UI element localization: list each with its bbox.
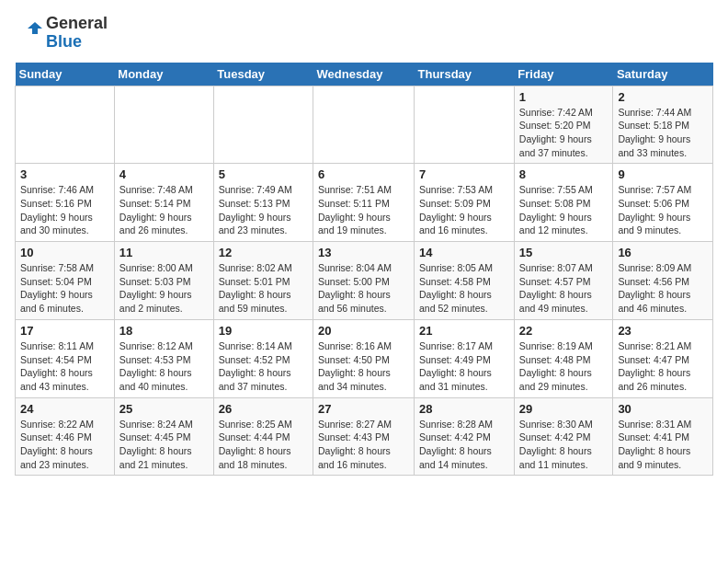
calendar-cell: 2Sunrise: 7:44 AM Sunset: 5:18 PM Daylig… xyxy=(613,86,713,164)
calendar-cell xyxy=(415,86,515,164)
day-number: 22 xyxy=(519,324,609,338)
week-row-2: 3Sunrise: 7:46 AM Sunset: 5:16 PM Daylig… xyxy=(16,164,713,242)
day-number: 9 xyxy=(618,167,708,181)
day-number: 10 xyxy=(20,246,109,259)
calendar-cell: 3Sunrise: 7:46 AM Sunset: 5:16 PM Daylig… xyxy=(16,164,115,242)
day-number: 8 xyxy=(519,167,609,181)
day-info: Sunrise: 8:27 AM Sunset: 4:43 PM Dayligh… xyxy=(318,418,409,472)
calendar-cell: 18Sunrise: 8:12 AM Sunset: 4:53 PM Dayli… xyxy=(114,319,213,397)
day-number: 26 xyxy=(219,402,308,416)
day-info: Sunrise: 8:07 AM Sunset: 4:57 PM Dayligh… xyxy=(519,261,609,316)
calendar-cell: 28Sunrise: 8:28 AM Sunset: 4:42 PM Dayli… xyxy=(415,397,515,476)
calendar-cell: 26Sunrise: 8:25 AM Sunset: 4:44 PM Dayli… xyxy=(213,397,313,476)
day-number: 15 xyxy=(519,246,609,259)
calendar-cell: 7Sunrise: 7:53 AM Sunset: 5:09 PM Daylig… xyxy=(415,164,515,242)
calendar-cell: 6Sunrise: 7:51 AM Sunset: 5:11 PM Daylig… xyxy=(313,164,415,242)
day-number: 25 xyxy=(119,402,209,416)
day-info: Sunrise: 8:04 AM Sunset: 5:00 PM Dayligh… xyxy=(318,261,409,316)
day-number: 20 xyxy=(318,324,409,338)
day-info: Sunrise: 7:46 AM Sunset: 5:16 PM Dayligh… xyxy=(20,183,109,237)
weekday-header-friday: Friday xyxy=(514,63,613,86)
calendar-cell: 24Sunrise: 8:22 AM Sunset: 4:46 PM Dayli… xyxy=(16,397,115,476)
day-number: 16 xyxy=(618,246,708,259)
logo-text: General Blue xyxy=(46,15,108,52)
day-number: 30 xyxy=(618,402,708,416)
weekday-header-saturday: Saturday xyxy=(613,63,713,86)
logo: General Blue xyxy=(15,15,108,52)
calendar-cell xyxy=(313,86,415,164)
calendar-cell: 21Sunrise: 8:17 AM Sunset: 4:49 PM Dayli… xyxy=(415,319,515,397)
day-info: Sunrise: 8:25 AM Sunset: 4:44 PM Dayligh… xyxy=(219,418,308,472)
day-number: 3 xyxy=(20,167,109,181)
calendar-cell: 10Sunrise: 7:58 AM Sunset: 5:04 PM Dayli… xyxy=(16,242,115,320)
day-info: Sunrise: 7:57 AM Sunset: 5:06 PM Dayligh… xyxy=(618,183,708,237)
day-info: Sunrise: 7:53 AM Sunset: 5:09 PM Dayligh… xyxy=(419,183,509,237)
week-row-1: 1Sunrise: 7:42 AM Sunset: 5:20 PM Daylig… xyxy=(16,86,713,164)
day-info: Sunrise: 8:28 AM Sunset: 4:42 PM Dayligh… xyxy=(419,418,509,472)
day-info: Sunrise: 8:30 AM Sunset: 4:42 PM Dayligh… xyxy=(519,418,609,472)
day-number: 14 xyxy=(419,246,509,259)
weekday-header-wednesday: Wednesday xyxy=(313,63,415,86)
day-info: Sunrise: 7:49 AM Sunset: 5:13 PM Dayligh… xyxy=(219,183,308,237)
calendar-cell: 25Sunrise: 8:24 AM Sunset: 4:45 PM Dayli… xyxy=(114,397,213,476)
day-info: Sunrise: 8:17 AM Sunset: 4:49 PM Dayligh… xyxy=(419,339,509,394)
day-info: Sunrise: 7:48 AM Sunset: 5:14 PM Dayligh… xyxy=(119,183,209,237)
day-info: Sunrise: 7:51 AM Sunset: 5:11 PM Dayligh… xyxy=(318,183,409,237)
day-number: 18 xyxy=(119,324,209,338)
day-info: Sunrise: 8:00 AM Sunset: 5:03 PM Dayligh… xyxy=(119,261,209,316)
calendar-cell: 11Sunrise: 8:00 AM Sunset: 5:03 PM Dayli… xyxy=(114,242,213,320)
day-number: 24 xyxy=(20,402,109,416)
calendar-cell: 13Sunrise: 8:04 AM Sunset: 5:00 PM Dayli… xyxy=(313,242,415,320)
day-number: 1 xyxy=(519,90,609,104)
day-info: Sunrise: 8:22 AM Sunset: 4:46 PM Dayligh… xyxy=(20,418,109,472)
calendar-cell: 30Sunrise: 8:31 AM Sunset: 4:41 PM Dayli… xyxy=(613,397,713,476)
day-info: Sunrise: 7:58 AM Sunset: 5:04 PM Dayligh… xyxy=(20,261,109,316)
day-info: Sunrise: 7:55 AM Sunset: 5:08 PM Dayligh… xyxy=(519,183,609,237)
day-number: 27 xyxy=(318,402,409,416)
logo-blue: Blue xyxy=(46,32,82,51)
day-info: Sunrise: 8:24 AM Sunset: 4:45 PM Dayligh… xyxy=(119,418,209,472)
day-info: Sunrise: 8:12 AM Sunset: 4:53 PM Dayligh… xyxy=(119,339,209,394)
day-number: 28 xyxy=(419,402,509,416)
calendar-cell: 9Sunrise: 7:57 AM Sunset: 5:06 PM Daylig… xyxy=(613,164,713,242)
week-row-3: 10Sunrise: 7:58 AM Sunset: 5:04 PM Dayli… xyxy=(16,242,713,320)
day-number: 2 xyxy=(618,90,708,104)
calendar-cell xyxy=(16,86,115,164)
day-info: Sunrise: 8:14 AM Sunset: 4:52 PM Dayligh… xyxy=(219,339,308,394)
calendar-cell: 1Sunrise: 7:42 AM Sunset: 5:20 PM Daylig… xyxy=(514,86,613,164)
day-info: Sunrise: 7:42 AM Sunset: 5:20 PM Dayligh… xyxy=(519,106,609,160)
calendar-cell: 27Sunrise: 8:27 AM Sunset: 4:43 PM Dayli… xyxy=(313,397,415,476)
calendar-cell: 8Sunrise: 7:55 AM Sunset: 5:08 PM Daylig… xyxy=(514,164,613,242)
logo-general: General xyxy=(46,14,108,32)
day-number: 23 xyxy=(618,324,708,338)
calendar-cell: 16Sunrise: 8:09 AM Sunset: 4:56 PM Dayli… xyxy=(613,242,713,320)
day-info: Sunrise: 7:44 AM Sunset: 5:18 PM Dayligh… xyxy=(618,106,708,160)
day-number: 19 xyxy=(219,324,308,338)
day-info: Sunrise: 8:31 AM Sunset: 4:41 PM Dayligh… xyxy=(618,418,708,472)
calendar-cell xyxy=(213,86,313,164)
day-number: 17 xyxy=(20,324,109,338)
calendar-cell: 19Sunrise: 8:14 AM Sunset: 4:52 PM Dayli… xyxy=(213,319,313,397)
day-number: 29 xyxy=(519,402,609,416)
calendar-cell: 4Sunrise: 7:48 AM Sunset: 5:14 PM Daylig… xyxy=(114,164,213,242)
day-info: Sunrise: 8:21 AM Sunset: 4:47 PM Dayligh… xyxy=(618,339,708,394)
day-info: Sunrise: 8:19 AM Sunset: 4:48 PM Dayligh… xyxy=(519,339,609,394)
calendar-cell: 5Sunrise: 7:49 AM Sunset: 5:13 PM Daylig… xyxy=(213,164,313,242)
day-number: 12 xyxy=(219,246,308,259)
calendar-cell: 23Sunrise: 8:21 AM Sunset: 4:47 PM Dayli… xyxy=(613,319,713,397)
day-number: 7 xyxy=(419,167,509,181)
day-number: 21 xyxy=(419,324,509,338)
day-info: Sunrise: 8:11 AM Sunset: 4:54 PM Dayligh… xyxy=(20,339,109,394)
calendar-cell: 15Sunrise: 8:07 AM Sunset: 4:57 PM Dayli… xyxy=(514,242,613,320)
week-row-4: 17Sunrise: 8:11 AM Sunset: 4:54 PM Dayli… xyxy=(16,319,713,397)
weekday-header-thursday: Thursday xyxy=(415,63,515,86)
calendar-cell: 22Sunrise: 8:19 AM Sunset: 4:48 PM Dayli… xyxy=(514,319,613,397)
calendar-cell: 29Sunrise: 8:30 AM Sunset: 4:42 PM Dayli… xyxy=(514,397,613,476)
svg-marker-0 xyxy=(28,22,42,34)
day-info: Sunrise: 8:02 AM Sunset: 5:01 PM Dayligh… xyxy=(219,261,308,316)
day-number: 11 xyxy=(119,246,209,259)
calendar-table: SundayMondayTuesdayWednesdayThursdayFrid… xyxy=(15,63,713,477)
day-number: 13 xyxy=(318,246,409,259)
calendar-cell: 12Sunrise: 8:02 AM Sunset: 5:01 PM Dayli… xyxy=(213,242,313,320)
calendar-cell: 20Sunrise: 8:16 AM Sunset: 4:50 PM Dayli… xyxy=(313,319,415,397)
